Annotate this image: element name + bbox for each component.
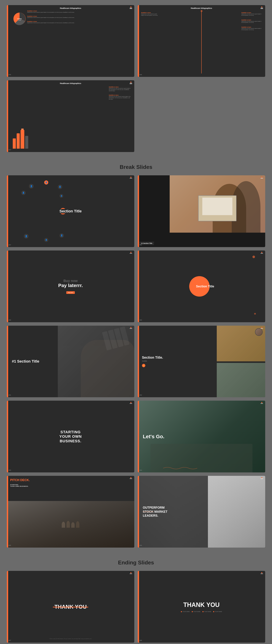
- orange-circle-title: Section Title: [196, 284, 214, 288]
- slide-number-13: 496: [140, 544, 142, 546]
- logo-line: [260, 328, 263, 329]
- section-title-text: Section Title.: [142, 356, 163, 360]
- slide-healthcare-pie[interactable]: Healthcare Infographics Subtitle is here…: [7, 5, 134, 77]
- accent-bar: [7, 401, 8, 472]
- text-item-desc-3: Apparently we had reached a great height…: [27, 22, 132, 24]
- section-subtitle: Subtitle: [142, 360, 163, 362]
- orange-dot-small: [254, 313, 256, 314]
- break-row-1: 👤 👤 👤 👤 👤 👤 👤 👤 👤 Section Title 487: [7, 175, 265, 247]
- accent-bar: [138, 326, 139, 398]
- node-3: 👤: [58, 185, 62, 189]
- slide-photo-section[interactable]: #1 Section Title 488: [138, 175, 265, 247]
- accent-bar: [7, 571, 8, 643]
- slide-healthcare-product[interactable]: Healthcare Infographics Subtitle is here…: [7, 80, 134, 152]
- social-dot-3: [202, 611, 204, 612]
- slide-orange-circle[interactable]: Section Title 490: [138, 250, 265, 322]
- slide-network[interactable]: 👤 👤 👤 👤 👤 👤 👤 👤 👤 Section Title 487: [7, 175, 134, 247]
- logo-dot: [130, 6, 132, 8]
- slide-number-5: 488: [140, 244, 142, 246]
- pie-chart-svg: Subtitle is here: [12, 11, 27, 26]
- text-item-title-1: Subtitle is here: [27, 10, 132, 12]
- slide-section-photos[interactable]: Section Title. Subtitle ⚡ 492: [138, 326, 265, 398]
- person-form: [81, 340, 134, 398]
- product-text-1: Subtitle is here Apparently we had not r…: [109, 86, 131, 92]
- outperform-text: OUTPERFORM STOCK MARKET LEADERS.: [143, 506, 168, 518]
- wave-path: [163, 467, 197, 469]
- logo-line-2: [130, 8, 132, 9]
- starting-text: STARTING YOUR OWN BUSINESS.: [59, 430, 82, 443]
- healthcare-row-2: Healthcare Infographics Subtitle is here…: [7, 80, 265, 152]
- buy-button[interactable]: Buy now: [66, 291, 75, 294]
- logo-dot: [261, 177, 262, 178]
- text-item-3: Subtitle is here Apparently we had reach…: [27, 21, 132, 24]
- timeline-item-1: Subtitle is here Apparently we had reach…: [242, 12, 262, 16]
- section-ending-header: Ending Slides: [7, 551, 265, 571]
- slide-logo: [260, 177, 264, 180]
- node-8: 👤: [60, 233, 64, 238]
- product-cap: [21, 128, 24, 130]
- slide-thankyou-strikethrough[interactable]: THANK YOU Phone: (123) 123-456 Address: …: [7, 571, 134, 643]
- outperform-line4: LEADERS.: [143, 514, 168, 518]
- starting-line1: STARTING: [59, 430, 82, 434]
- starting-line2: YOUR OWN: [59, 434, 82, 439]
- timeline-title-1: Subtitle is here: [242, 12, 262, 14]
- people-row: [62, 521, 80, 528]
- slide-number-7: 490: [140, 319, 142, 321]
- photo-area: [170, 175, 265, 233]
- slide-outperform[interactable]: OUTPERFORM STOCK MARKET LEADERS. 496: [138, 476, 265, 548]
- timeline-desc-1: Apparently we had reached a great height…: [242, 14, 262, 16]
- slide-title-2: Healthcare Infographics: [191, 7, 212, 9]
- text-item-title-2: Subtitle is here: [27, 16, 132, 17]
- product-illustration: [13, 86, 28, 149]
- outperform-line2: STOCK: [143, 510, 154, 513]
- logo-dot: [261, 477, 262, 478]
- slide-logo: [129, 177, 132, 180]
- slide-lets-go[interactable]: Let's Go. 494: [138, 401, 265, 472]
- slide-number-2: 046: [140, 74, 142, 76]
- page-container: Healthcare Infographics Subtitle is here…: [0, 0, 272, 644]
- slide-logo: [260, 252, 264, 255]
- logo-line: [260, 178, 263, 178]
- logo-line-2: [130, 84, 132, 84]
- slide-number-4: 487: [8, 244, 11, 246]
- slide-buy-now[interactable]: Buy now Pay laterrr. Buy now 489: [7, 250, 134, 322]
- slide-healthcare-timeline[interactable]: Healthcare Infographics ⊕ Subtitle is he…: [138, 5, 265, 77]
- timeline-desc-2: Apparently we had reached a great height…: [242, 21, 262, 24]
- slide-number-12: 495: [8, 544, 11, 546]
- logo-line: [260, 403, 263, 404]
- social-dot-4: [213, 611, 214, 612]
- slide-starting[interactable]: STARTING YOUR OWN BUSINESS. 493: [7, 401, 134, 472]
- thankyou-contact: Phone: (123) 123-456 Address: 55 your nu…: [50, 638, 92, 639]
- social-text-4: YOUR NAME: [215, 611, 222, 612]
- text-item-2: Subtitle is here Apparently we had reach…: [27, 16, 132, 18]
- logo-line: [260, 478, 263, 479]
- slide-logo: [129, 402, 132, 406]
- node-6: 👤: [24, 234, 28, 238]
- accent-bar: [7, 80, 8, 152]
- accent-bar: [7, 326, 8, 398]
- accent-bar: [7, 250, 8, 322]
- pie-sublabel: is here: [18, 20, 21, 21]
- timeline-title-2: Subtitle is here: [242, 19, 262, 21]
- pitch-deck-title: PITCH DECK.: [10, 478, 30, 482]
- outperform-line2-container: STOCK MARKET: [143, 510, 168, 514]
- slide-number-15: 498: [140, 640, 142, 641]
- social-dot-1: [181, 611, 182, 612]
- buy-main-text: Pay laterrr.: [58, 283, 83, 288]
- timeline-desc-3: Apparently we had reached a great height…: [242, 28, 262, 30]
- section-title-area: Section Title. Subtitle ⚡: [142, 356, 163, 367]
- slide-diagonal[interactable]: #1 Section Title 491: [7, 326, 134, 398]
- text-item-1: Subtitle is here Apparently we had reach…: [27, 10, 132, 13]
- thankyou-clean: THANK YOU: [183, 601, 220, 608]
- timeline-item-3: Subtitle is here Apparently we had reach…: [242, 26, 262, 30]
- slide-thankyou-clean[interactable]: THANK YOU YOUR NAME YOUR NAME YOUR NAME …: [138, 571, 265, 643]
- accent-bar: [138, 571, 139, 643]
- photo-collage: [217, 326, 265, 398]
- social-item-2: YOUR NAME: [192, 611, 200, 612]
- text-item-desc-2: Apparently we had reached a great height…: [27, 17, 132, 18]
- slide-logo: [260, 477, 264, 480]
- logo-line: [260, 253, 263, 254]
- slide-pitch-deck[interactable]: PITCH DECK. STARTING YOUR OWN BUSINESS. …: [7, 476, 134, 548]
- timeline-title-3: Subtitle is here: [242, 26, 262, 28]
- logo-line: [130, 83, 132, 83]
